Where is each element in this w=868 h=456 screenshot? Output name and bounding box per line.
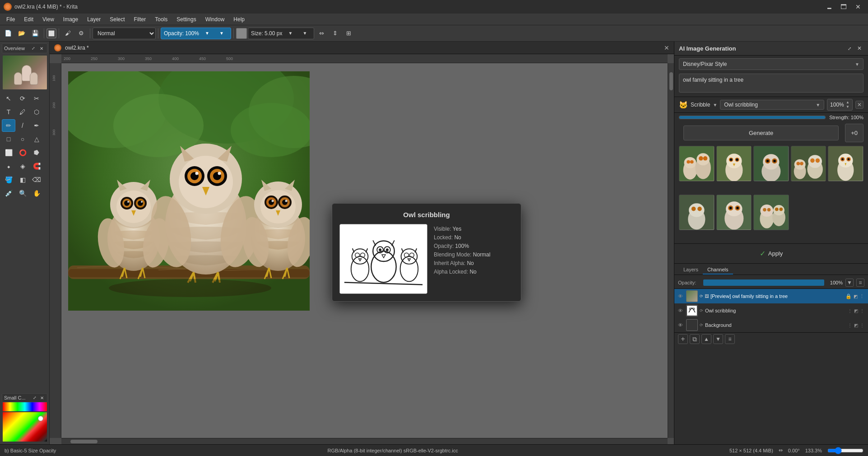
- move-layer-up-button[interactable]: ▲: [701, 334, 711, 344]
- text-tool[interactable]: T: [2, 106, 15, 118]
- eyedropper-tool[interactable]: 💉: [2, 187, 15, 200]
- scrollbar-vertical[interactable]: [668, 63, 674, 438]
- opacity-spinner-down[interactable]: ▼: [201, 27, 214, 40]
- color-rainbow-strip[interactable]: [3, 402, 47, 411]
- generate-plus-button[interactable]: +0: [845, 124, 863, 142]
- new-file-button[interactable]: 📄: [2, 27, 14, 40]
- ai-panel-close-button[interactable]: ✕: [855, 44, 863, 52]
- strength-slider[interactable]: [679, 116, 826, 119]
- open-file-button[interactable]: 📂: [15, 27, 28, 40]
- layer-scribbling-more-icon[interactable]: ⋮: [860, 308, 864, 313]
- prompt-input[interactable]: owl family sitting in a tree: [679, 74, 863, 93]
- menu-layer[interactable]: Layer: [83, 15, 105, 23]
- zoom-tool[interactable]: 🔍: [16, 187, 29, 200]
- style-selector[interactable]: Disney/Pixar Style ▼: [679, 58, 863, 70]
- menu-select[interactable]: Select: [105, 15, 129, 23]
- save-file-button[interactable]: 💾: [29, 27, 42, 40]
- color-panel-detach-button[interactable]: ⤢: [32, 395, 38, 401]
- wrap-mode-button[interactable]: ⊞: [342, 27, 355, 40]
- scribble-close-button[interactable]: ✕: [855, 101, 863, 109]
- gradient-tool[interactable]: ◧: [16, 173, 29, 186]
- line-tool[interactable]: /: [16, 119, 29, 132]
- close-button[interactable]: ✕: [852, 2, 864, 11]
- generate-button[interactable]: Generate: [683, 126, 839, 140]
- opacity-dropdown-arrow[interactable]: ▼: [845, 279, 854, 287]
- lasso-tool[interactable]: ⭓: [30, 146, 43, 159]
- menu-tools[interactable]: Tools: [150, 15, 172, 23]
- contiguous-select-tool[interactable]: ⬥: [2, 160, 15, 172]
- minimize-button[interactable]: 🗕: [823, 2, 836, 11]
- blend-mode-select[interactable]: Normal: [93, 28, 156, 39]
- opacity-dropdown-button[interactable]: ▼: [215, 27, 228, 40]
- select-tool[interactable]: ↖: [2, 92, 15, 105]
- move-layer-down-button[interactable]: ▼: [713, 334, 723, 344]
- layer-settings-button[interactable]: ≡: [725, 334, 735, 344]
- menu-view[interactable]: View: [38, 15, 59, 23]
- layer-row-scribbling[interactable]: 👁 ⟳ Owl scribbling ⋮ ◩ ⋮: [674, 303, 868, 318]
- layer-scribbling-lock-icon[interactable]: ⋮: [848, 308, 852, 313]
- brush-settings-button[interactable]: ⚙: [75, 27, 88, 40]
- pan-tool[interactable]: ✋: [30, 187, 43, 200]
- layer-visibility-eye-icon[interactable]: 👁: [678, 293, 684, 299]
- transform-tool[interactable]: ⟳: [16, 92, 29, 105]
- brush-tool[interactable]: ✏: [2, 119, 15, 132]
- layer-background-lock-icon[interactable]: ⋮: [848, 323, 852, 328]
- layer-background-alpha-icon[interactable]: ◩: [854, 323, 858, 328]
- layer-lock-icon[interactable]: 🔒: [845, 293, 852, 299]
- fill-tool[interactable]: 🪣: [2, 173, 15, 186]
- mirror-v-button[interactable]: ⇕: [329, 27, 341, 40]
- pencil-tool[interactable]: ✒: [30, 119, 43, 132]
- similar-select-tool[interactable]: ◈: [16, 160, 29, 172]
- scrollbar-horizontal[interactable]: [61, 438, 668, 444]
- calligraphy-tool[interactable]: 🖊: [16, 106, 29, 118]
- layer-background-eye-icon[interactable]: 👁: [678, 322, 684, 328]
- layer-alpha-icon[interactable]: ◩: [854, 294, 858, 299]
- layer-scribbling-alpha-icon[interactable]: ◩: [854, 308, 858, 313]
- apply-button[interactable]: ✓ Apply: [752, 247, 790, 260]
- opacity-down-button[interactable]: ▼: [846, 105, 849, 109]
- layer-options-button[interactable]: ≡: [856, 279, 864, 287]
- size-spinner-down[interactable]: ▼: [284, 27, 297, 40]
- menu-file[interactable]: File: [2, 15, 19, 23]
- thumbnail-6[interactable]: [679, 195, 715, 230]
- add-layer-button[interactable]: +: [678, 334, 688, 344]
- eraser-tool[interactable]: ⌫: [30, 173, 43, 186]
- thumbnail-4[interactable]: [791, 146, 826, 181]
- thumbnail-5[interactable]: [828, 146, 863, 181]
- ellipse-select-tool[interactable]: ⭕: [16, 146, 29, 159]
- zoom-slider[interactable]: [827, 447, 863, 454]
- canvas-tab-close-icon[interactable]: ✕: [664, 44, 669, 51]
- thumbnail-2[interactable]: [716, 146, 752, 181]
- magnetic-select-tool[interactable]: 🧲: [30, 160, 43, 172]
- menu-edit[interactable]: Edit: [19, 15, 38, 23]
- scribble-type-selector[interactable]: Owl scribbling ▼: [720, 100, 824, 110]
- thumbnail-1[interactable]: [679, 146, 715, 181]
- menu-image[interactable]: Image: [59, 15, 83, 23]
- polygon-tool[interactable]: △: [30, 133, 43, 145]
- menu-filter[interactable]: Filter: [130, 15, 151, 23]
- menu-help[interactable]: Help: [229, 15, 249, 23]
- mirror-h-button[interactable]: ⇔: [315, 27, 328, 40]
- tab-layers[interactable]: Layers: [679, 265, 703, 275]
- ellipse-tool[interactable]: ○: [16, 133, 29, 145]
- menu-settings[interactable]: Settings: [172, 15, 200, 23]
- opacity-slider[interactable]: [703, 279, 824, 286]
- opacity-up-button[interactable]: ▲: [846, 100, 849, 105]
- layer-scribbling-eye-icon[interactable]: 👁: [678, 308, 684, 313]
- overview-detach-button[interactable]: ⤢: [30, 45, 37, 52]
- rect-select-tool[interactable]: ⬜: [2, 146, 15, 159]
- menu-window[interactable]: Window: [201, 15, 229, 23]
- maximize-button[interactable]: 🗖: [837, 2, 850, 11]
- thumbnail-8[interactable]: [753, 195, 789, 230]
- size-dropdown-button[interactable]: ▼: [298, 27, 311, 40]
- color-wheel-area[interactable]: [3, 412, 47, 442]
- rect-tool[interactable]: □: [2, 133, 15, 145]
- crop-tool[interactable]: ✂: [30, 92, 43, 105]
- ai-panel-detach-button[interactable]: ⤢: [845, 44, 854, 52]
- color-panel-close-button[interactable]: ✕: [39, 395, 45, 401]
- brush-preset-button[interactable]: 🖌: [61, 27, 74, 40]
- layer-background-more-icon[interactable]: ⋮: [860, 323, 864, 328]
- thumbnail-7[interactable]: [716, 195, 752, 230]
- layer-row-preview[interactable]: 👁 ⟳ 🖼 [Preview] owl family sitting in a …: [674, 289, 868, 303]
- duplicate-layer-button[interactable]: ⧉: [690, 334, 700, 344]
